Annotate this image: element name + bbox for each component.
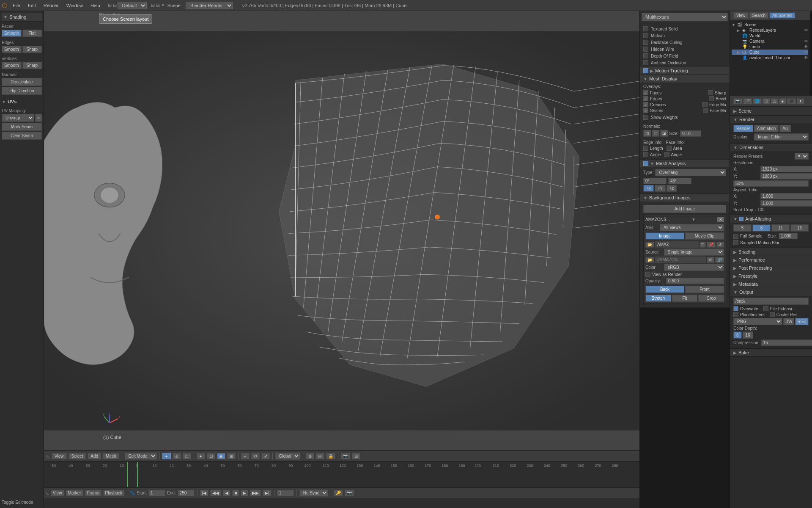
vertex-select-btn[interactable]: ● [162, 453, 171, 459]
add-toolbar-btn[interactable]: Add [88, 453, 101, 459]
sampled-mb-checkbox[interactable] [733, 240, 738, 245]
placeholders-checkbox[interactable] [733, 312, 738, 317]
lock-btn[interactable]: 🔒 [326, 453, 335, 459]
size-aa-input[interactable] [779, 233, 798, 239]
menu-edit[interactable]: Edit [25, 2, 39, 9]
tree-lamp[interactable]: 💡 Lamp 👁 [732, 44, 808, 50]
view-toolbar-btn[interactable]: View [52, 453, 67, 459]
timeline-ruler[interactable]: -50 -40 -30 -20 -10 0 10 20 30 40 50 60 … [44, 462, 639, 487]
x-resolution-input[interactable] [760, 166, 812, 172]
face-select-btn[interactable]: □ [183, 453, 191, 459]
bevel-overlay-checkbox[interactable] [709, 96, 714, 101]
percent-input[interactable] [733, 180, 809, 187]
dimensions-header[interactable]: ▼ Dimensions [730, 144, 812, 151]
menu-help[interactable]: Help [87, 2, 104, 9]
timeline-frame-btn[interactable]: Frame [85, 490, 102, 496]
render-mode-solid[interactable]: ● [197, 453, 205, 459]
menu-file[interactable]: File [9, 2, 24, 9]
grid-btn[interactable]: ⊟ [352, 453, 360, 459]
rgb-btn[interactable]: RGB [795, 318, 809, 325]
camera-eye[interactable]: 👁 [804, 39, 808, 44]
fit-btn[interactable]: Fit [672, 295, 698, 302]
play-btn[interactable]: ▶ [241, 490, 248, 496]
motion-tracking-header[interactable]: ▶ Motion Tracking [640, 67, 730, 75]
step-fwd-btn[interactable]: ▶▶ [250, 490, 261, 496]
smooth-vertices-btn[interactable]: Smooth [2, 62, 22, 69]
norm-face-btn[interactable]: ◫ [643, 130, 651, 137]
z-axis-btn[interactable]: +Z [667, 185, 677, 192]
mark-seam-btn[interactable]: Mark Seam [2, 123, 42, 131]
scene-icon-tab[interactable]: 🎬 [743, 98, 752, 104]
compression-input[interactable] [761, 340, 812, 346]
view-render-checkbox[interactable] [645, 272, 650, 277]
timeline-view-btn[interactable]: View [51, 490, 64, 496]
render-icon-small[interactable]: 📷 [345, 490, 354, 496]
x-axis-btn[interactable]: +X [643, 185, 654, 192]
render-engine-selector[interactable]: Blender Render [186, 2, 233, 9]
view-tab[interactable]: View [733, 12, 749, 19]
render-layers-eye[interactable]: 👁 [804, 28, 808, 33]
tree-world[interactable]: 🌐 World [732, 33, 808, 39]
freestyle-header[interactable]: ▶ Freestyle [730, 272, 812, 280]
bg-close-btn[interactable]: ✕ [717, 217, 724, 222]
bake-header[interactable]: ▶ Bake [730, 349, 812, 356]
add-image-btn[interactable]: Add Image [643, 205, 726, 213]
angle-2-checkbox[interactable] [664, 152, 669, 157]
end-frame-input[interactable] [178, 490, 195, 496]
file-link-btn[interactable]: 🔗 [715, 257, 724, 263]
ambient-occlusion-checkbox[interactable] [643, 60, 648, 65]
movie-clip-btn[interactable]: Movie Clip [685, 232, 724, 240]
object-icon-tab[interactable]: ⬡ [763, 98, 770, 104]
lamp-eye[interactable]: 👁 [804, 44, 808, 49]
render-presets-select[interactable]: ▼ [795, 153, 809, 160]
layout-selector[interactable]: Default [118, 2, 147, 9]
aa-11-btn[interactable]: 11 [771, 224, 790, 232]
timeline-marker-btn[interactable]: Marker [66, 490, 83, 496]
flat-btn[interactable]: Flat [22, 30, 42, 37]
rotate-btn[interactable]: ↺ [251, 453, 260, 459]
hidden-wire-checkbox[interactable] [643, 47, 648, 52]
color-select[interactable]: sRGB [664, 264, 724, 271]
render-mode-texture[interactable]: ⊞ [227, 453, 236, 459]
texture-icon-tab[interactable]: ⬛ [787, 98, 796, 104]
play-back-btn[interactable]: ◀ [223, 490, 230, 496]
avatar-eye[interactable]: 👁 [804, 55, 808, 60]
tree-render-layers[interactable]: ▶ ◈ RenderLayers 👁 [732, 28, 808, 33]
textured-solid-checkbox[interactable] [643, 26, 648, 31]
browse-icon[interactable]: 📂 [645, 242, 654, 248]
animation-tab-btn[interactable]: Animation [754, 125, 779, 132]
step-back-btn[interactable]: ◀◀ [210, 490, 221, 496]
crop-btn[interactable]: Crop [698, 295, 724, 302]
mode-select[interactable]: Edit Mode [125, 453, 157, 460]
sharp-edges-btn[interactable]: Sharp [22, 46, 42, 53]
format-select[interactable]: PNG [733, 318, 782, 325]
mesh-analysis-header[interactable]: ▼ Mesh Analysis [640, 160, 730, 167]
select-toolbar-btn[interactable]: Select [69, 453, 86, 459]
transform-btn[interactable]: ↔ [241, 453, 250, 459]
particles-icon-tab[interactable]: ✦ [797, 98, 804, 104]
file-ext-checkbox[interactable] [763, 306, 768, 311]
multitexture-select[interactable]: Multitexture [642, 13, 728, 21]
snap-btn[interactable]: ⊕ [306, 453, 314, 459]
playhead[interactable] [127, 462, 128, 487]
aa-16-btn[interactable]: 16 [790, 224, 809, 232]
file-path-icon[interactable]: 📁 [645, 257, 654, 263]
render-icon-tab[interactable]: 📷 [733, 98, 742, 104]
render-mode-material[interactable]: ◉ [217, 453, 225, 459]
backface-culling-checkbox[interactable] [643, 40, 648, 45]
jump-end-btn[interactable]: ▶| [263, 490, 272, 496]
motion-tracking-checkbox[interactable] [643, 68, 648, 73]
mesh-icon-tab[interactable]: △ [771, 98, 778, 104]
metadata-header[interactable]: ▶ Metadata [730, 280, 812, 288]
reload-btn[interactable]: ↺ [716, 242, 724, 248]
sync-select[interactable]: No Sync [299, 489, 328, 497]
material-icon-tab[interactable]: ◈ [779, 98, 786, 104]
unwrap-menu-btn[interactable]: ≡ [35, 114, 42, 122]
toggle-editmode[interactable]: Toggle Editmode [2, 498, 42, 506]
scale-btn[interactable]: ⤢ [261, 453, 270, 459]
smooth-edges-btn[interactable]: Smooth [2, 46, 22, 53]
faces-overlay-checkbox[interactable] [643, 90, 648, 95]
area-checkbox[interactable] [667, 146, 672, 151]
flip-direction-btn[interactable]: Flip Direction [2, 87, 42, 95]
pin-btn[interactable]: 📌 [707, 242, 716, 248]
